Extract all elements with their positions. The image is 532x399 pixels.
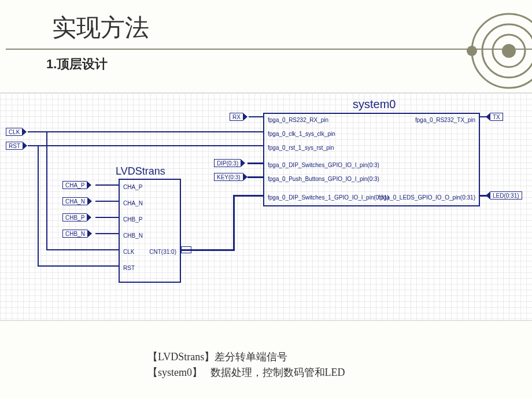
io-pad-cha-p: CHA_P (62, 181, 91, 189)
schematic-diagram: LVDStrans CHA_P CHA_N CHB_P CHB_N CLK RS… (0, 93, 532, 321)
svg-point-3 (502, 44, 516, 58)
sys0-pin-rx: fpga_0_RS232_RX_pin (268, 117, 328, 123)
sys0-pin-tx: fpga_0_RS232_TX_pin (415, 117, 475, 123)
svg-point-4 (467, 46, 477, 56)
lvds-pin-clk: CLK (123, 249, 134, 255)
slide-header: 实现方法 1.顶层设计 (0, 0, 532, 73)
sys0-pin-rst: fpga_0_rst_1_sys_rst_pin (268, 145, 334, 151)
lvds-pin-cnt: CNT(31:0) (149, 249, 176, 255)
io-pad-led: LED(0:31) (486, 191, 522, 200)
page-title: 实现方法 (52, 12, 492, 44)
io-pad-rx: RX (230, 113, 247, 121)
io-pad-key: KEY(0:3) (214, 173, 247, 181)
footer-description: 【LVDStrans】差分转单端信号 【system0】 数据处理，控制数码管和… (147, 349, 345, 380)
lvds-pin-rst: RST (123, 265, 135, 271)
footer-line-1: 【LVDStrans】差分转单端信号 (147, 349, 345, 365)
circles-icon (439, 10, 532, 103)
sys0-pin-dip: fpga_0_DIP_Switches_GPIO_IO_I_pin(0:3) (268, 162, 379, 168)
lvds-pin-cha-n: CHA_N (123, 201, 143, 206)
io-pad-chb-n: CHB_N (62, 230, 92, 238)
corner-circles-graphic (439, 10, 532, 103)
lvds-pin-chb-n: CHB_N (123, 233, 143, 239)
bus-tap-cnt (181, 246, 191, 253)
sys0-pin-key: fpga_0_Push_Buttons_GPIO_IO_I_pin(0:3) (268, 176, 379, 182)
io-pad-rst: RST (6, 142, 27, 150)
io-pad-tx: TX (486, 113, 503, 121)
lvds-pin-cha-p: CHA_P (123, 184, 142, 190)
sys0-pin-dip1: fpga_0_DIP_Switches_1_GPIO_IO_I_pin(0:31… (268, 195, 389, 201)
lvds-pin-chb-p: CHB_P (123, 217, 142, 223)
page-subtitle: 1.顶层设计 (46, 56, 492, 73)
io-pad-chb-p: CHB_P (62, 213, 91, 221)
sys0-pin-leds: fpga_0_LEDS_GPIO_IO_O_pin(0:31) (379, 195, 475, 201)
block-system0: fpga_0_RS232_RX_pin fpga_0_clk_1_sys_clk… (263, 113, 480, 206)
footer-line-2: 【system0】 数据处理，控制数码管和LED (147, 365, 345, 380)
io-pad-clk: CLK (6, 128, 27, 136)
io-pad-cha-n: CHA_N (62, 197, 92, 205)
sys0-pin-clk: fpga_0_clk_1_sys_clk_pin (268, 131, 335, 137)
io-pad-dip: DIP(0:3) (214, 159, 245, 167)
block-title-system0: system0 (353, 98, 396, 111)
block-title-lvds: LVDStrans (116, 165, 165, 178)
block-lvds: CHA_P CHA_N CHB_P CHB_N CLK RST CNT(31:0… (119, 179, 181, 283)
